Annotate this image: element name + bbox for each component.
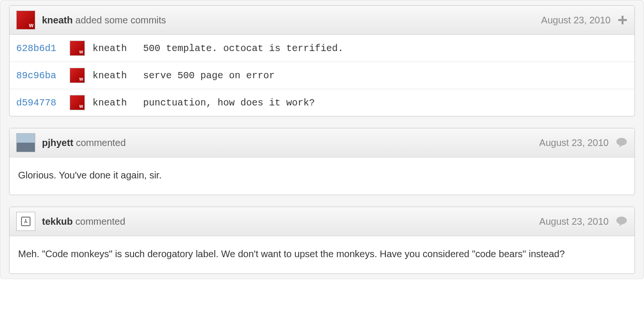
comment-header: tekkub commented August 23, 2010 xyxy=(10,207,634,236)
avatar[interactable] xyxy=(16,212,35,231)
avatar[interactable] xyxy=(16,10,35,30)
comment-body: Meh. "Code monkeys" is such derogatory l… xyxy=(10,236,634,273)
svg-point-4 xyxy=(616,217,627,224)
avatar[interactable] xyxy=(70,68,85,83)
avatar[interactable] xyxy=(70,95,85,110)
author-name[interactable]: kneath xyxy=(42,15,73,25)
commit-row: 628b6d1 kneath 500 template. octocat is … xyxy=(10,35,634,62)
commit-row: 89c96ba kneath serve 500 page on error xyxy=(10,62,634,89)
comment-card: pjhyett commented August 23, 2010 Glorio… xyxy=(9,128,635,195)
commit-author[interactable]: kneath xyxy=(93,70,135,81)
timestamp: August 23, 2010 xyxy=(539,137,609,148)
plus-icon[interactable] xyxy=(617,15,628,25)
commits-card: kneath added some commits August 23, 201… xyxy=(9,5,635,116)
comment-header: pjhyett commented August 23, 2010 xyxy=(10,128,634,157)
action-text: commented xyxy=(75,216,125,227)
timestamp: August 23, 2010 xyxy=(541,15,611,26)
commit-sha-link[interactable]: d594778 xyxy=(16,97,62,108)
commit-list: 628b6d1 kneath 500 template. octocat is … xyxy=(10,35,634,116)
timestamp: August 23, 2010 xyxy=(539,216,609,227)
svg-rect-1 xyxy=(618,19,627,21)
comment-body: Glorious. You've done it again, sir. xyxy=(10,157,634,195)
avatar[interactable] xyxy=(70,41,85,56)
commit-message: 500 template. octocat is terrified. xyxy=(143,43,343,54)
speech-bubble-icon[interactable] xyxy=(615,216,628,227)
svg-point-2 xyxy=(616,138,627,146)
commit-sha-link[interactable]: 628b6d1 xyxy=(16,43,62,54)
avatar[interactable] xyxy=(16,133,35,152)
commit-author[interactable]: kneath xyxy=(93,43,135,54)
commit-row: d594778 kneath punctuation, how does it … xyxy=(10,89,634,116)
speech-bubble-icon[interactable] xyxy=(615,137,628,148)
comment-card: tekkub commented August 23, 2010 Meh. "C… xyxy=(9,207,635,274)
timeline: kneath added some commits August 23, 201… xyxy=(0,0,644,279)
commits-header: kneath added some commits August 23, 201… xyxy=(10,6,634,35)
author-name[interactable]: tekkub xyxy=(42,216,73,227)
action-text: added some commits xyxy=(75,15,166,25)
action-text: commented xyxy=(76,137,126,148)
commit-message: serve 500 page on error xyxy=(143,70,275,81)
commit-message: punctuation, how does it work? xyxy=(143,97,315,108)
author-name[interactable]: pjhyett xyxy=(42,137,73,148)
commit-author[interactable]: kneath xyxy=(93,97,135,108)
commit-sha-link[interactable]: 89c96ba xyxy=(16,70,62,81)
